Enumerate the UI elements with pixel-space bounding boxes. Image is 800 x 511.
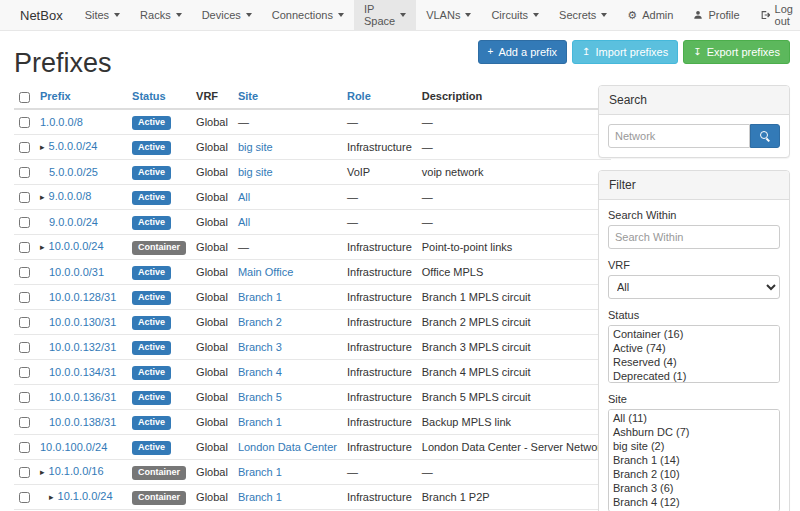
site-link[interactable]: Branch 1 bbox=[238, 466, 282, 478]
row-checkbox[interactable] bbox=[19, 117, 30, 128]
nav-item-racks[interactable]: Racks bbox=[130, 0, 192, 30]
filter-option[interactable]: Branch 4 (12) bbox=[610, 495, 778, 509]
prefix-link[interactable]: 10.0.0.130/31 bbox=[49, 316, 116, 328]
row-checkbox[interactable] bbox=[19, 317, 30, 328]
row-checkbox[interactable] bbox=[19, 217, 30, 228]
prefix-link[interactable]: 10.0.0.136/31 bbox=[49, 391, 116, 403]
expand-arrow-icon[interactable]: ▸ bbox=[40, 142, 45, 152]
nav-item-connections[interactable]: Connections bbox=[262, 0, 354, 30]
column-header-prefix[interactable]: Prefix bbox=[35, 85, 127, 109]
nav-item-ip-space[interactable]: IP Space bbox=[354, 0, 416, 30]
row-checkbox-cell bbox=[14, 409, 35, 434]
expand-arrow-icon[interactable]: ▸ bbox=[40, 242, 45, 252]
prefix-link[interactable]: 9.0.0.0/24 bbox=[49, 216, 98, 228]
prefix-link[interactable]: 10.0.0.132/31 bbox=[49, 341, 116, 353]
status-filter-select[interactable]: Container (16)Active (74)Reserved (4)Dep… bbox=[608, 325, 780, 383]
vrf-select[interactable]: All bbox=[608, 275, 780, 299]
row-checkbox[interactable] bbox=[19, 292, 30, 303]
expand-arrow-icon[interactable]: ▸ bbox=[40, 192, 45, 202]
site-link[interactable]: London Data Center bbox=[238, 441, 337, 453]
site-link[interactable]: Main Office bbox=[238, 266, 293, 278]
description-cell: Point-to-point links bbox=[417, 234, 612, 259]
prefix-link[interactable]: 10.0.0.134/31 bbox=[49, 366, 116, 378]
row-checkbox[interactable] bbox=[19, 442, 30, 453]
prefix-link[interactable]: 10.0.0.128/31 bbox=[49, 291, 116, 303]
row-checkbox[interactable] bbox=[19, 342, 30, 353]
filter-option[interactable]: Branch 2 (10) bbox=[610, 467, 778, 481]
site-link[interactable]: Branch 1 bbox=[238, 291, 282, 303]
site-link[interactable]: big site bbox=[238, 141, 273, 153]
row-checkbox[interactable] bbox=[19, 142, 30, 153]
vrf-filter-group: VRF All bbox=[608, 259, 780, 299]
filter-option[interactable]: Container (16) bbox=[610, 327, 778, 341]
row-checkbox[interactable] bbox=[19, 492, 30, 503]
prefix-link[interactable]: 1.0.0.0/8 bbox=[40, 116, 83, 128]
prefix-link[interactable]: 10.0.0.0/31 bbox=[49, 266, 104, 278]
nav-item-devices[interactable]: Devices bbox=[192, 0, 262, 30]
row-checkbox[interactable] bbox=[19, 267, 30, 278]
table-row: ▸9.0.0.0/8ActiveGlobalAll—— bbox=[14, 184, 611, 209]
column-header-role[interactable]: Role bbox=[342, 85, 417, 109]
prefix-link[interactable]: 10.0.0.138/31 bbox=[49, 416, 116, 428]
row-checkbox[interactable] bbox=[19, 242, 30, 253]
site-link[interactable]: Branch 3 bbox=[238, 341, 282, 353]
search-input[interactable] bbox=[608, 124, 750, 148]
nav-item-secrets[interactable]: Secrets bbox=[549, 0, 617, 30]
column-header-site[interactable]: Site bbox=[233, 85, 342, 109]
prefix-link[interactable]: 5.0.0.0/24 bbox=[49, 140, 98, 152]
row-checkbox[interactable] bbox=[19, 167, 30, 178]
row-checkbox[interactable] bbox=[19, 367, 30, 378]
site-link[interactable]: All bbox=[238, 216, 250, 228]
site-link[interactable]: Branch 1 bbox=[238, 491, 282, 503]
filter-option[interactable]: Branch 1 (14) bbox=[610, 453, 778, 467]
nav-item-log-out[interactable]: Log out bbox=[750, 0, 800, 30]
column-header-status[interactable]: Status bbox=[127, 85, 191, 109]
chevron-down-icon bbox=[114, 13, 120, 17]
nav-item-sites[interactable]: Sites bbox=[75, 0, 130, 30]
filter-option[interactable]: Ashburn DC (7) bbox=[610, 425, 778, 439]
site-link[interactable]: Branch 4 bbox=[238, 366, 282, 378]
row-checkbox[interactable] bbox=[19, 417, 30, 428]
site-link[interactable]: Branch 5 bbox=[238, 391, 282, 403]
site-filter-select[interactable]: All (11)Ashburn DC (7)big site (2)Branch… bbox=[608, 409, 780, 511]
status-badge: Container bbox=[132, 466, 186, 480]
brand[interactable]: NetBox bbox=[8, 0, 75, 30]
site-link[interactable]: Branch 1 bbox=[238, 416, 282, 428]
filter-option[interactable]: All (11) bbox=[610, 411, 778, 425]
filter-option[interactable]: Branch 3 (6) bbox=[610, 481, 778, 495]
filter-option[interactable]: Reserved (4) bbox=[610, 355, 778, 369]
nav-item-profile[interactable]: Profile bbox=[683, 0, 749, 30]
site-link[interactable]: big site bbox=[238, 166, 273, 178]
select-all-checkbox[interactable] bbox=[19, 92, 30, 103]
button-label: Add a prefix bbox=[498, 46, 557, 58]
nav-item-vlans[interactable]: VLANs bbox=[416, 0, 481, 30]
filter-option[interactable]: Active (74) bbox=[610, 341, 778, 355]
table-row: 10.0.0.138/31ActiveGlobalBranch 1Infrast… bbox=[14, 409, 611, 434]
table-row: 10.0.0.134/31ActiveGlobalBranch 4Infrast… bbox=[14, 359, 611, 384]
prefix-link[interactable]: 10.1.0.0/24 bbox=[58, 490, 113, 502]
row-checkbox[interactable] bbox=[19, 467, 30, 478]
search-button[interactable] bbox=[750, 124, 780, 148]
export-prefixes-button[interactable]: ↧Export prefixes bbox=[683, 40, 790, 64]
site-link[interactable]: All bbox=[238, 191, 250, 203]
expand-arrow-icon[interactable]: ▸ bbox=[40, 467, 45, 477]
site-link[interactable]: Branch 2 bbox=[238, 316, 282, 328]
prefix-link[interactable]: 5.0.0.0/25 bbox=[49, 166, 98, 178]
add-a-prefix-button[interactable]: +Add a prefix bbox=[478, 40, 568, 64]
row-checkbox[interactable] bbox=[19, 392, 30, 403]
filter-option[interactable]: Deprecated (1) bbox=[610, 369, 778, 383]
prefix-link[interactable]: 10.0.0.0/24 bbox=[49, 240, 104, 252]
row-checkbox[interactable] bbox=[19, 192, 30, 203]
expand-arrow-icon[interactable]: ▸ bbox=[49, 492, 54, 502]
site-cell: big site bbox=[233, 159, 342, 184]
chevron-down-icon bbox=[246, 13, 252, 17]
status-cell: Active bbox=[127, 384, 191, 409]
search-within-input[interactable] bbox=[608, 225, 780, 249]
prefix-link[interactable]: 9.0.0.0/8 bbox=[49, 190, 92, 202]
prefix-link[interactable]: 10.1.0.0/16 bbox=[49, 465, 104, 477]
nav-item-circuits[interactable]: Circuits bbox=[481, 0, 549, 30]
import-prefixes-button[interactable]: ↥Import prefixes bbox=[572, 40, 678, 64]
nav-item-admin[interactable]: ⚙Admin bbox=[617, 0, 683, 30]
filter-option[interactable]: big site (2) bbox=[610, 439, 778, 453]
prefix-link[interactable]: 10.0.100.0/24 bbox=[40, 441, 107, 453]
